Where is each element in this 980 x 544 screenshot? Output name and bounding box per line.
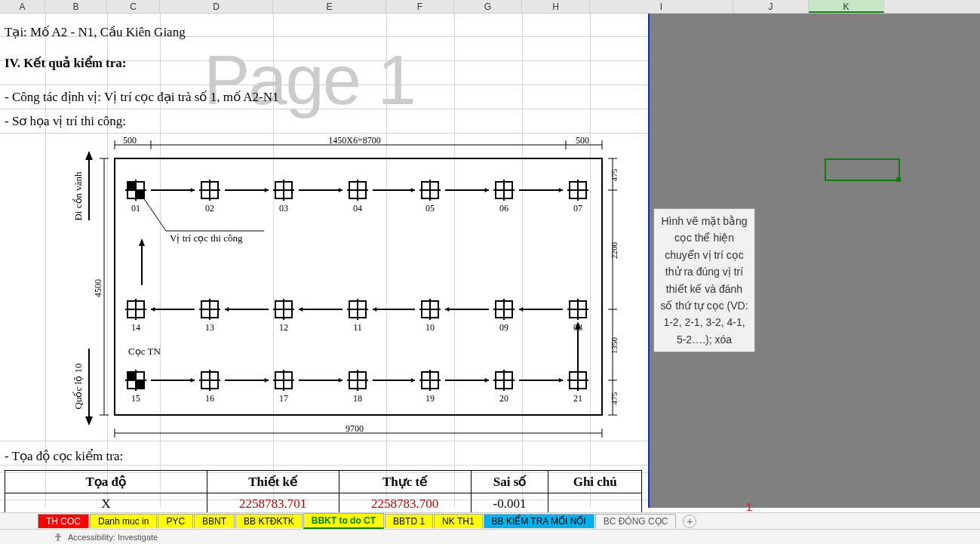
col-header-G[interactable]: G: [454, 0, 522, 13]
svg-marker-110: [225, 307, 229, 312]
svg-marker-19: [85, 151, 93, 160]
sheet-tab[interactable]: NK TH1: [434, 514, 482, 528]
svg-marker-122: [485, 378, 489, 383]
table-header: Thực tế: [339, 471, 471, 493]
pile-label-10: 10: [425, 322, 435, 333]
svg-marker-102: [519, 307, 523, 312]
sheet-tab[interactable]: BBTD 1: [385, 514, 433, 528]
column-header-row: ABCDEFGHIJK: [0, 0, 980, 14]
sheet-tab[interactable]: BC ĐÓNG CỌC: [595, 514, 677, 528]
location-text: Tại: Mố A2 - N1, Cầu Kiên Giang: [5, 24, 186, 40]
worksheet-print-area[interactable]: Page 1 Tại: Mố A2 - N1, Cầu Kiên Giang I…: [0, 14, 650, 508]
table-header: Tọa độ: [5, 471, 207, 493]
dim-r3: 1350: [610, 337, 619, 355]
coordinates-table: Tọa độThiết kếThực tếSai sốGhi chú X 225…: [5, 470, 642, 515]
svg-marker-124: [559, 378, 563, 383]
col-header-B[interactable]: B: [45, 0, 107, 13]
left-arrow-bottom: [85, 349, 93, 426]
left-label-bottom: Quốc lộ 10: [72, 364, 84, 410]
svg-marker-100: [559, 188, 563, 192]
svg-marker-112: [151, 307, 155, 312]
pile-label-06: 06: [499, 203, 508, 214]
worksheet-gray-area[interactable]: Hình vẽ mặt bằng cọc thể hiện chuyển vị …: [650, 14, 980, 508]
svg-rect-25: [127, 182, 136, 190]
pile-layout-diagram: 500 1450X6=8700 500 9700 4500: [68, 137, 641, 439]
left-label-top: Đi cồn vành: [72, 171, 84, 221]
pile-label-12: 12: [279, 322, 288, 333]
col-header-A[interactable]: A: [0, 0, 45, 13]
sheet-tab[interactable]: BBNT: [194, 514, 235, 528]
red-indicator: 1: [746, 501, 752, 513]
status-text: Accessibility: Investigate: [68, 533, 158, 542]
dim-top-mid: 1450X6=8700: [328, 137, 380, 146]
svg-marker-116: [265, 378, 269, 383]
col-header-E[interactable]: E: [273, 0, 386, 13]
sheet-tab[interactable]: Danh muc in: [90, 514, 157, 528]
svg-marker-104: [445, 307, 449, 312]
svg-line-125: [143, 198, 166, 231]
sheet-tab[interactable]: BB KIỂM TRA MỐI NỐI: [484, 514, 594, 528]
dim-r1: 475: [610, 168, 619, 181]
status-bar: Accessibility: Investigate: [0, 529, 980, 544]
svg-marker-128: [139, 238, 145, 246]
accessibility-icon[interactable]: [53, 532, 63, 542]
svg-rect-69: [127, 372, 136, 380]
sheet-tab[interactable]: BBKT to do CT: [303, 513, 384, 529]
congtac-text: - Công tác định vị: Vị trí cọc đại trà s…: [5, 89, 278, 105]
svg-marker-106: [373, 307, 376, 312]
col-header-K[interactable]: K: [809, 0, 884, 13]
add-sheet-button[interactable]: +: [683, 515, 696, 528]
note-vitri: Vị trí cọc thi công: [170, 232, 243, 244]
col-header-H[interactable]: H: [522, 0, 590, 13]
pile-label-03: 03: [279, 203, 288, 214]
table-header: Ghi chú: [548, 471, 642, 493]
svg-marker-108: [299, 307, 303, 312]
pile-label-15: 15: [131, 393, 140, 404]
svg-marker-21: [85, 416, 93, 426]
dim-r4: 475: [610, 392, 619, 404]
pile-label-17: 17: [279, 393, 288, 404]
pile-label-18: 18: [353, 393, 362, 404]
sheet-tab[interactable]: BB KTĐKTK: [235, 514, 303, 528]
dim-bottom: 9700: [346, 423, 364, 434]
col-header-D[interactable]: D: [160, 0, 273, 13]
svg-marker-92: [265, 188, 269, 192]
pile-label-05: 05: [425, 203, 435, 214]
toado-heading: - Tọa độ cọc kiểm tra:: [5, 448, 123, 464]
page-watermark: Page 1: [204, 41, 415, 120]
pile-label-07: 07: [573, 203, 582, 214]
svg-marker-90: [191, 188, 195, 192]
pile-label-21: 21: [573, 393, 582, 404]
pile-label-14: 14: [131, 322, 140, 333]
dim-top-right: 500: [576, 137, 589, 146]
col-header-C[interactable]: C: [107, 0, 160, 13]
dim-r2: 2200: [610, 242, 619, 260]
svg-marker-114: [191, 378, 195, 383]
note-coctn: Cọc TN: [128, 346, 161, 357]
svg-marker-120: [411, 378, 415, 383]
pile-label-16: 16: [205, 393, 214, 404]
col-header-I[interactable]: I: [590, 0, 733, 13]
svg-marker-94: [339, 188, 343, 192]
table-header: Sai số: [471, 471, 548, 493]
svg-point-131: [57, 533, 60, 536]
left-arrow-top: [85, 151, 93, 220]
pile-label-20: 20: [499, 393, 508, 404]
sheet-tab[interactable]: TH COC: [38, 514, 89, 528]
cell-comment: Hình vẽ mặt bằng cọc thể hiện chuyển vị …: [653, 208, 755, 352]
svg-rect-26: [136, 190, 144, 198]
sheet-tab[interactable]: PYC: [158, 514, 193, 528]
col-header-F[interactable]: F: [386, 0, 454, 13]
svg-marker-118: [339, 378, 343, 383]
pile-label-04: 04: [353, 203, 362, 214]
dim-top-left: 500: [123, 137, 137, 146]
pile-label-13: 13: [205, 322, 214, 333]
sohoa-text: - Sơ họa vị trí thi công:: [5, 113, 126, 129]
col-header-J[interactable]: J: [733, 0, 809, 13]
section-heading: IV. Kết quả kiểm tra:: [5, 55, 126, 71]
dim-left: 4500: [93, 279, 103, 297]
active-cell-outline[interactable]: [825, 158, 900, 181]
pile-label-09: 09: [499, 322, 508, 333]
svg-rect-70: [136, 380, 144, 389]
svg-marker-96: [411, 188, 415, 192]
